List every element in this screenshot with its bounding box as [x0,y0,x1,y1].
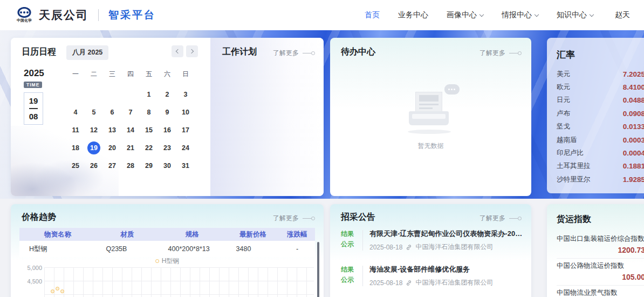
today-month: 08 [24,112,43,121]
day-cell[interactable]: 10 [179,106,192,119]
today-day-month-box: 19 08 [24,92,43,125]
price-table-row[interactable]: H型钢 Q235B 400*200*8*13 3480 - [19,241,315,257]
y-axis-tick: 5,000 [20,265,42,271]
empty-inbox-icon [401,84,461,134]
day-cell[interactable]: 20 [106,141,119,154]
more-arrow-icon [311,51,315,55]
todo-more-link[interactable]: 了解更多 [479,49,522,58]
result-badge: 结果 公示 [341,229,357,249]
nav-item-profile-center[interactable]: 画像中心 [447,10,483,20]
day-cell[interactable]: 4 [69,106,82,119]
day-cell[interactable]: 31 [179,159,192,172]
day-cell[interactable]: 9 [161,106,174,119]
nav-item-intel-center[interactable]: 情报中心 [502,10,538,20]
work-plan-title: 工作计划 [222,46,257,58]
date-divider [29,108,38,109]
today-day: 19 [24,96,43,105]
announcements-card: 招采公告 了解更多 结果 公示 有限天津-辽东曹妃甸作业公司仪表物资采办-202… [330,204,531,297]
next-month-button[interactable] [186,45,198,57]
data-point-marker [51,289,54,293]
price-trend-more-link[interactable]: 了解更多 [273,214,315,223]
day-cell[interactable]: 22 [142,141,155,154]
day-cell[interactable]: 28 [124,159,137,172]
day-cell[interactable]: 12 [87,124,100,137]
announcement-org: 中国海洋石油集团有限公司 [415,278,493,287]
freight-title: 货运指数 [557,214,644,225]
day-cell[interactable]: 13 [106,124,119,137]
logo-org-text: 中国化学 [17,18,32,23]
announcement-meta: 2025-08-18 中国海洋石油集团有限公司 [369,242,523,252]
rate-row: 卢布0.0908 [557,107,644,120]
price-trend-card: 价格趋势 了解更多 物资名称 材质 规格 最新价格 涨跌幅 H型钢 Q235B … [11,204,324,297]
day-cell[interactable]: 2 [161,88,174,101]
exchange-rate-card: 汇率 美元7.2025 欧元8.4100 日元0.0488 卢布0.0908 坚… [547,38,644,193]
prev-month-button[interactable] [172,45,183,57]
calendar-days-grid: 1 2 3 4 5 6 7 8 9 10 11 12 13 14 15 16 1… [66,88,198,172]
day-cell[interactable]: 27 [106,159,119,172]
data-point-marker [60,289,64,293]
more-line [303,53,312,53]
announcement-item[interactable]: 结果 公示 海油发展-设备部件维修优化服务 2025-08-18 中国海洋石油集… [341,265,523,287]
work-plan-panel: 工作计划 了解更多 [210,38,324,196]
day-cell[interactable]: 15 [142,124,155,137]
price-table: 物资名称 材质 规格 最新价格 涨跌幅 H型钢 Q235B 400*200*8*… [19,228,315,257]
empty-state-text: 暂无数据 [418,141,444,151]
day-cell[interactable]: 5 [87,106,100,119]
day-cell[interactable]: 25 [69,159,82,172]
day-cell[interactable]: 3 [179,88,192,101]
day-cell-selected[interactable]: 19 [87,141,100,154]
vertical-scrollbar[interactable] [317,242,319,297]
day-cell[interactable]: 29 [142,159,155,172]
day-cell[interactable]: 8 [142,106,155,119]
calendar-title: 日历日程 [22,46,56,58]
day-cell[interactable]: 14 [124,124,137,137]
announcement-title[interactable]: 有限天津-辽东曹妃甸作业公司仪表物资采办-20250731 [369,229,523,239]
nav-item-knowledge-center[interactable]: 知识中心 [557,10,593,20]
rate-row: 印尼卢比0.0004 [557,146,644,159]
day-cell[interactable]: 6 [106,106,119,119]
link-icon [406,280,412,286]
day-cell[interactable]: 11 [69,124,82,137]
rate-row: 土耳其里拉0.1881 [557,160,644,173]
y-axis-tick: 4,500 [20,278,42,285]
legend-marker-icon [155,259,159,263]
day-cell[interactable]: 7 [124,106,137,119]
day-cell[interactable]: 16 [161,124,174,137]
announcement-title[interactable]: 海油发展-设备部件维修优化服务 [369,265,523,274]
rate-row: 坚戈0.0133 [557,120,644,133]
chart-gridlines [44,267,314,297]
data-point-marker [56,287,59,291]
calendar-panel: 日历日程 2025 TIME 19 08 八月 2025 一 二 三 四 五 六 [11,38,210,196]
rate-row: 欧元8.4100 [557,80,644,93]
month-selector[interactable]: 八月 2025 [66,45,108,60]
top-header: 中国化学 天辰公司 智采平台 首页 业务中心 画像中心 情报中心 知识中心 赵天 [0,0,644,30]
day-cell[interactable]: 21 [124,141,137,154]
day-cell[interactable]: 24 [179,141,192,154]
announcement-item[interactable]: 结果 公示 有限天津-辽东曹妃甸作业公司仪表物资采办-20250731 2025… [341,229,523,252]
day-cell[interactable]: 17 [179,124,192,137]
company-name: 天辰公司 [39,8,88,23]
announcement-meta: 2025-08-18 中国海洋石油集团有限公司 [369,278,523,287]
exchange-title: 汇率 [557,49,644,61]
day-cell[interactable]: 30 [161,159,174,172]
calendar-widget: 八月 2025 一 二 三 四 五 六 日 1 2 3 [66,45,198,172]
nav-item-business-center[interactable]: 业务中心 [398,10,428,20]
price-trend-chart: H型钢 5,000 4,500 [19,256,315,297]
announcements-more-link[interactable]: 了解更多 [479,214,522,223]
nav-item-home[interactable]: 首页 [365,10,380,20]
chart-legend[interactable]: H型钢 [19,256,315,266]
day-cell[interactable]: 23 [161,141,174,154]
platform-name: 智采平台 [108,8,156,22]
work-plan-more-link[interactable]: 了解更多 [273,49,315,58]
freight-item: 中国物流业景气指数 [557,286,644,297]
more-line [303,218,312,219]
weekday-header-row: 一 二 三 四 五 六 日 [66,69,198,79]
user-menu[interactable]: 赵天 [615,10,630,20]
day-cell[interactable]: 26 [87,159,100,172]
day-cell[interactable]: 18 [69,141,82,154]
day-cell[interactable]: 1 [142,88,155,101]
chevron-down-icon [479,12,484,16]
result-badge: 结果 公示 [341,265,357,285]
calendar-workplan-card: 日历日程 2025 TIME 19 08 八月 2025 一 二 三 四 五 六 [11,38,324,196]
logo[interactable]: 中国化学 天辰公司 智采平台 [14,7,156,23]
